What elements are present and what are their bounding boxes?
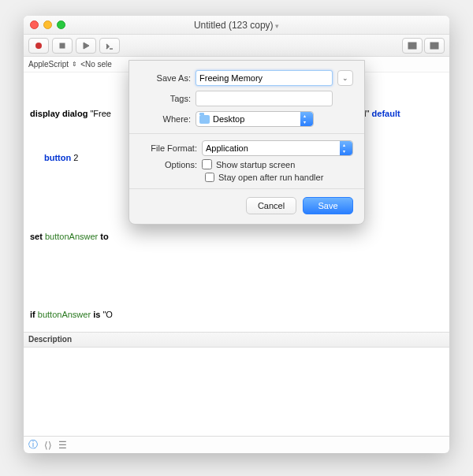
- stop-button[interactable]: [52, 38, 73, 54]
- minimize-button[interactable]: [43, 20, 52, 29]
- saveas-label: Save As:: [140, 73, 191, 83]
- compile-button[interactable]: [99, 38, 120, 54]
- record-button[interactable]: [28, 38, 49, 54]
- folder-icon: [199, 115, 210, 124]
- save-dialog: Save As: ⌄ Tags: Where: Desktop File For…: [128, 60, 365, 225]
- saveas-input[interactable]: [196, 70, 333, 86]
- close-button[interactable]: [30, 20, 39, 29]
- toolbar: [24, 35, 449, 57]
- svg-marker-2: [84, 43, 89, 49]
- view-toggle-right[interactable]: [424, 38, 445, 54]
- format-label: File Format:: [140, 143, 197, 153]
- language-select[interactable]: AppleScript: [28, 60, 69, 69]
- tags-label: Tags:: [140, 94, 191, 103]
- where-select[interactable]: Desktop: [196, 111, 314, 127]
- description-body[interactable]: [24, 348, 449, 436]
- nav-icon[interactable]: ⟨⟩: [44, 440, 52, 451]
- titlebar: Untitled (123 copy): [24, 16, 449, 35]
- save-button[interactable]: Save: [303, 197, 353, 214]
- run-button[interactable]: [76, 38, 96, 54]
- tags-input[interactable]: [196, 91, 333, 106]
- selection-popup[interactable]: <No sele: [80, 60, 112, 69]
- list-icon[interactable]: ☰: [58, 440, 67, 451]
- where-label: Where:: [140, 114, 191, 124]
- svg-rect-1: [60, 43, 65, 48]
- opt-stayopen-checkbox[interactable]: [205, 173, 214, 182]
- traffic-lights: [30, 20, 65, 29]
- svg-point-0: [35, 43, 42, 49]
- opt-startup-checkbox[interactable]: [202, 159, 212, 169]
- format-select[interactable]: Application: [202, 140, 353, 156]
- view-toggle-left[interactable]: [402, 38, 423, 54]
- svg-rect-5: [430, 43, 438, 49]
- description-header[interactable]: Description: [24, 332, 449, 348]
- options-label: Options:: [140, 160, 197, 169]
- maximize-button[interactable]: [57, 20, 65, 29]
- footer: ⓘ ⟨⟩ ☰: [24, 436, 449, 453]
- window-title[interactable]: Untitled (123 copy): [194, 20, 279, 31]
- info-icon[interactable]: ⓘ: [28, 438, 38, 452]
- cancel-button[interactable]: Cancel: [246, 197, 296, 214]
- expand-button[interactable]: ⌄: [337, 70, 353, 86]
